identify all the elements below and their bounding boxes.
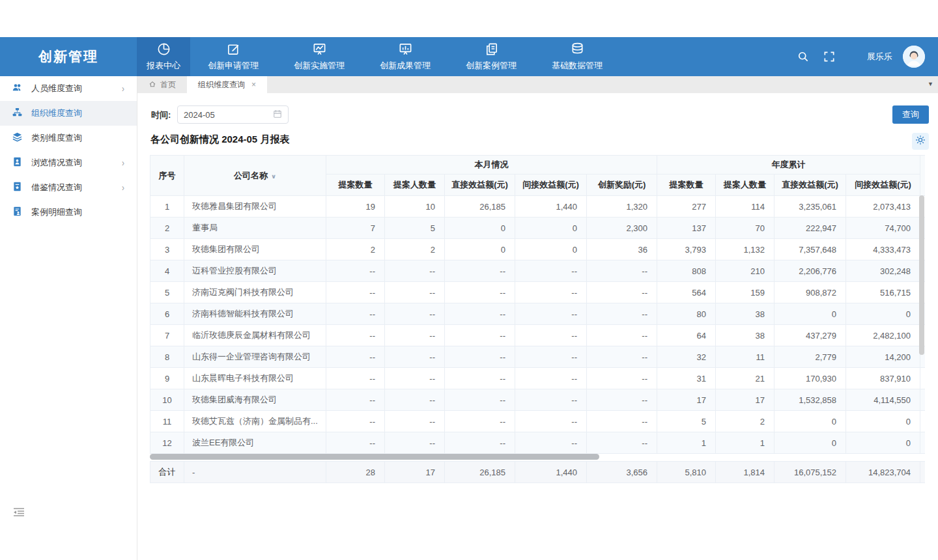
cell-month-value: 2 [326, 239, 385, 260]
total-year-value: 5,810 [657, 462, 716, 483]
nav-innovation-implement[interactable]: 创新实施管理 [276, 37, 362, 76]
tab-home[interactable]: 首页 [137, 76, 187, 93]
table-row[interactable]: 8山东得一企业管理咨询有限公司----------32112,77914,200 [150, 346, 926, 368]
table-row[interactable]: 12波兰EE有限公司----------1100 [150, 432, 926, 454]
total-company: - [184, 462, 326, 483]
cell-month-value: -- [587, 432, 657, 454]
table-row[interactable]: 5济南迈克阀门科技有限公司----------564159908,872516,… [150, 282, 926, 303]
table-row[interactable]: 11玫德艾瓦兹（济南）金属制品有...----------5200 [150, 411, 926, 432]
app-header: 创新管理 报表中心 创新申请管理 创新实施管理 [0, 37, 938, 76]
col-header: 间接效益额(元) [515, 175, 587, 196]
cell-month-value: -- [445, 432, 515, 454]
col-header: 提案数量 [657, 175, 716, 196]
total-month-value: 26,185 [445, 462, 515, 483]
username[interactable]: 展乐乐 [867, 51, 892, 63]
cell-month-value: -- [326, 432, 385, 454]
cell-month-value: -- [385, 389, 445, 411]
cell-year-value: 21 [716, 368, 775, 389]
chart-bar-board-icon [398, 42, 413, 59]
cell-year-value: 4,114,550 [846, 389, 920, 411]
cell-year-value: 0 [846, 303, 920, 325]
data-table: 序号 公司名称∨ 本月情况 年度累计 提案数量 提案人数量 直接效益额(元) 间… [150, 155, 925, 454]
cell-year-value: 4,333,473 [846, 239, 920, 260]
cell-month-value: -- [445, 303, 515, 325]
close-icon[interactable]: × [251, 80, 256, 89]
cell-overflow [920, 411, 925, 432]
cell-company: 山东晨晖电子科技有限公司 [184, 368, 326, 389]
col-header-company[interactable]: 公司名称∨ [184, 156, 326, 196]
chevron-down-icon[interactable]: ∨ [271, 173, 276, 179]
cell-company: 临沂玫德庚辰金属材料有限公司 [184, 325, 326, 346]
cell-month-value: -- [326, 389, 385, 411]
sidebar-item-label: 类别维度查询 [31, 132, 82, 144]
cell-month-value: -- [326, 325, 385, 346]
table-row[interactable]: 6济南科德智能科技有限公司----------803800 [150, 303, 926, 325]
sidebar-item-label: 人员维度查询 [31, 83, 82, 94]
tab-list-dropdown-icon[interactable]: ▼ [928, 81, 933, 87]
table-row[interactable]: 4迈科管业控股有限公司----------8082102,206,776302,… [150, 260, 926, 282]
cell-month-value: -- [515, 368, 587, 389]
tab-org-dimension[interactable]: 组织维度查询 × [187, 76, 267, 93]
cell-company: 山东得一企业管理咨询有限公司 [184, 346, 326, 368]
cell-year-value: 114 [716, 196, 775, 217]
fullscreen-icon[interactable] [823, 50, 836, 63]
table-row[interactable]: 9山东晨晖电子科技有限公司----------3121170,930837,91… [150, 368, 926, 389]
cell-month-value: -- [587, 325, 657, 346]
cell-year-value: 210 [716, 260, 775, 282]
nav-innovation-apply[interactable]: 创新申请管理 [190, 37, 276, 76]
cell-year-value: 808 [657, 260, 716, 282]
cell-month-value: -- [385, 432, 445, 454]
table-row[interactable]: 3玫德集团有限公司2200363,7931,1327,357,6484,333,… [150, 239, 926, 260]
cell-month-value: -- [385, 411, 445, 432]
cell-month-value: -- [445, 411, 515, 432]
total-month-value: 17 [385, 462, 445, 483]
sidebar-item-org-dimension[interactable]: 组织维度查询 [0, 101, 137, 126]
cell-month-value: -- [445, 282, 515, 303]
col-group-month: 本月情况 [326, 156, 657, 175]
company-header-label: 公司名称 [234, 171, 268, 180]
collapse-sidebar-icon[interactable] [13, 507, 25, 518]
table-settings-button[interactable] [912, 133, 929, 150]
nav-base-data[interactable]: 基础数据管理 [534, 37, 620, 76]
table-row[interactable]: 7临沂玫德庚辰金属材料有限公司----------6438437,2792,48… [150, 325, 926, 346]
sidebar-item-browse-status[interactable]: 浏览情况查询 › [0, 150, 137, 175]
sidebar-item-category-dimension[interactable]: 类别维度查询 [0, 126, 137, 150]
cell-month-value: 1,440 [515, 196, 587, 217]
cell-year-value: 1,132 [716, 239, 775, 260]
cell-seq: 1 [150, 196, 184, 217]
sidebar-item-reference-status[interactable]: 借鉴情况查询 › [0, 175, 137, 200]
nav-report-center[interactable]: 报表中心 [137, 37, 190, 76]
cell-month-value: 10 [385, 196, 445, 217]
cell-month-value: -- [587, 346, 657, 368]
cell-month-value: -- [515, 389, 587, 411]
table-row[interactable]: 2董事局75002,30013770222,94774,700 [150, 217, 926, 239]
main-content: 时间: 2024-05 查询 各公司创新情况 2024-05 月报表 [137, 93, 938, 560]
cell-year-value: 2 [716, 411, 775, 432]
cell-year-value: 1,532,858 [775, 389, 846, 411]
search-button[interactable]: 查询 [892, 105, 929, 124]
nav-innovation-case[interactable]: 创新案例管理 [448, 37, 534, 76]
home-icon [149, 80, 156, 90]
cell-seq: 10 [150, 389, 184, 411]
cell-month-value: 26,185 [445, 196, 515, 217]
nav-innovation-achievement[interactable]: 创新成果管理 [362, 37, 448, 76]
col-header: 提案人数量 [716, 175, 775, 196]
sidebar-item-case-detail[interactable]: 案例明细查询 [0, 200, 137, 225]
search-icon[interactable] [797, 50, 810, 63]
cell-month-value: 5 [385, 217, 445, 239]
sidebar-item-person-dimension[interactable]: 人员维度查询 › [0, 76, 137, 101]
table-row[interactable]: 1玫德雅昌集团有限公司191026,1851,4401,3202771143,2… [150, 196, 926, 217]
nav-label: 创新案例管理 [466, 60, 517, 72]
date-input[interactable]: 2024-05 [177, 105, 289, 124]
cell-seq: 4 [150, 260, 184, 282]
table-row[interactable]: 10玫德集团威海有限公司----------17171,532,8584,114… [150, 389, 926, 411]
doc-person-icon [12, 206, 22, 218]
cell-month-value: -- [587, 303, 657, 325]
avatar[interactable] [903, 46, 925, 68]
total-year-value: 16,075,152 [775, 462, 846, 483]
cell-month-value: -- [515, 346, 587, 368]
cell-month-value: -- [385, 346, 445, 368]
vertical-scrollbar[interactable] [919, 195, 924, 355]
horizontal-scrollbar[interactable] [150, 454, 599, 460]
cell-company: 波兰EE有限公司 [184, 432, 326, 454]
